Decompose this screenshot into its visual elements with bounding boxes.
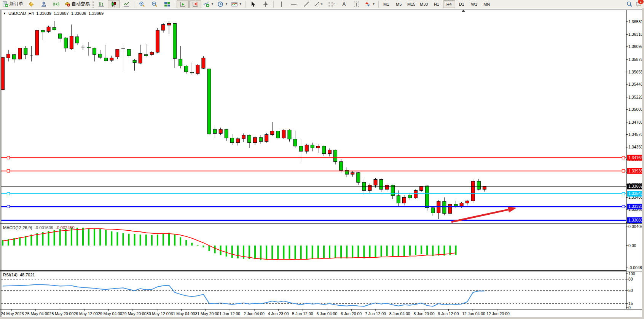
macd-histogram-bar — [111, 231, 112, 246]
candle-body — [248, 135, 251, 143]
candle-body — [1, 57, 5, 90]
line-drag-handle[interactable] — [7, 170, 10, 172]
time-tick-label: 31 May 04:00 — [171, 311, 195, 316]
candle-body — [293, 139, 297, 146]
macd-histogram-bar — [209, 246, 210, 251]
time-tick-label: 26 May 12:00 — [73, 311, 98, 316]
macd-histogram-bar — [363, 246, 365, 258]
candle-body — [408, 195, 411, 198]
line-drag-handle[interactable] — [622, 192, 625, 195]
candle-body — [311, 145, 314, 148]
candle-body — [18, 48, 22, 59]
macd-signal-value: -0.002450 — [56, 225, 75, 230]
macd-histogram-bar — [116, 232, 118, 246]
macd-histogram-bar — [202, 246, 204, 247]
time-tick-label: 6 Jun 04:00 — [316, 311, 337, 316]
macd-histogram-bar — [157, 234, 158, 246]
macd-histogram-bar — [163, 234, 164, 246]
macd-histogram-bar — [438, 246, 439, 255]
macd-histogram-bar — [140, 234, 141, 246]
macd-histogram-bar — [398, 246, 399, 257]
macd-histogram-bar — [71, 228, 72, 246]
candle-body — [460, 203, 463, 206]
macd-histogram-bar — [134, 234, 135, 246]
chart-plot-area[interactable] — [1, 10, 626, 317]
line-drag-handle[interactable] — [622, 205, 625, 208]
candle-body — [253, 137, 257, 143]
candle-body — [110, 58, 113, 60]
macd-histogram-bar — [335, 246, 336, 258]
macd-histogram-bar — [185, 240, 187, 246]
high-value: 1.33687 — [54, 11, 69, 16]
line-drag-handle[interactable] — [7, 156, 10, 159]
price-tick-label: 1.36310 — [628, 32, 643, 37]
chart-canvas[interactable]: 1.365301.363101.360951.358751.356551.354… — [0, 0, 644, 319]
candle-body — [47, 27, 50, 32]
time-tick-label: 31 May 20:00 — [195, 311, 219, 316]
line-drag-handle[interactable] — [7, 205, 10, 208]
candle-body — [305, 145, 308, 152]
candle-body — [477, 181, 480, 189]
macd-histogram-bar — [88, 228, 89, 246]
candle-body — [385, 185, 389, 190]
candle-body — [7, 54, 10, 58]
macd-tick-label: 0.00 — [628, 243, 636, 248]
candle-body — [104, 58, 108, 61]
macd-histogram-bar — [421, 246, 422, 254]
price-tick-label: 1.35220 — [628, 95, 643, 99]
candle-body — [282, 130, 285, 138]
macd-histogram-bar — [352, 246, 353, 258]
macd-histogram-bar — [226, 246, 227, 257]
time-tick-label: 29 May 20:00 — [122, 311, 147, 316]
macd-histogram-bar — [237, 246, 239, 258]
candle-body — [334, 150, 337, 161]
candle-body — [41, 30, 45, 32]
time-tick-label: 9 Jun 12:00 — [438, 311, 459, 316]
time-tick-label: 5 Jun 12:00 — [292, 311, 313, 316]
macd-histogram-bar — [54, 230, 55, 246]
candle-body — [24, 48, 27, 55]
macd-histogram-bar — [231, 246, 233, 258]
macd-histogram-bar — [312, 246, 313, 259]
macd-histogram-bar — [25, 236, 26, 246]
candle-body — [150, 52, 153, 54]
macd-histogram-bar — [357, 246, 359, 258]
time-tick-label: 8 Jun 04:00 — [389, 311, 410, 316]
candle-body — [58, 34, 62, 38]
macd-histogram-bar — [65, 229, 67, 246]
time-tick-label: 6 Jun 20:00 — [341, 311, 362, 316]
macd-histogram-bar — [289, 246, 290, 259]
macd-histogram-bar — [426, 246, 428, 255]
candle-body — [133, 60, 136, 62]
line-drag-handle[interactable] — [622, 170, 625, 172]
macd-histogram-bar — [77, 228, 78, 246]
candle-body — [213, 129, 217, 134]
candle-body — [230, 138, 234, 143]
chart-menu-icon[interactable]: ▼ — [3, 12, 6, 15]
macd-histogram-bar — [381, 246, 382, 257]
candle-body — [443, 201, 446, 214]
candle-body — [374, 180, 377, 185]
candle-body — [271, 131, 274, 134]
candle-body — [70, 36, 73, 49]
line-drag-handle[interactable] — [622, 156, 625, 159]
macd-histogram-bar — [432, 246, 434, 256]
time-tick-label: 30 May 12:00 — [147, 311, 171, 316]
macd-histogram-bar — [151, 235, 153, 246]
candle-body — [448, 204, 452, 214]
candle-body — [179, 59, 182, 66]
candle-body — [156, 30, 159, 52]
rsi-header: RSI(14)48.7021 — [3, 273, 35, 277]
time-tick-label: 24 May 2023 — [1, 311, 24, 316]
time-tick-label: 12 Jun 20:00 — [486, 311, 510, 316]
macd-histogram-bar — [323, 246, 325, 258]
candle-body — [207, 69, 211, 134]
price-line-label: 1.33320 — [628, 204, 643, 209]
window-right-edge — [642, 8, 644, 319]
macd-histogram-bar — [375, 246, 376, 257]
line-drag-handle[interactable] — [7, 192, 10, 195]
candle-body — [185, 66, 188, 72]
window-bottom-edge — [0, 317, 644, 319]
macd-histogram-bar — [340, 246, 342, 258]
candle-body — [127, 49, 131, 56]
